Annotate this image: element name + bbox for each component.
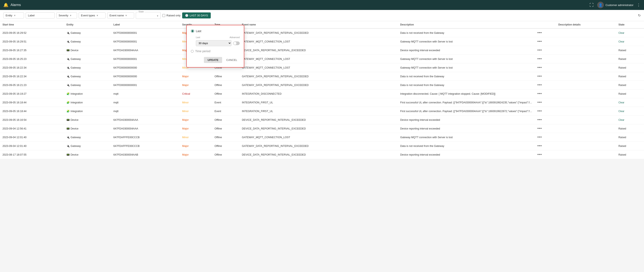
row-more-button[interactable]: •••: [538, 144, 542, 148]
cell-label: 647FD00000000000: [111, 63, 180, 72]
last-30-days-button[interactable]: 🕐 LAST 30 DAYS: [182, 13, 211, 19]
cell-state: Raised: [616, 150, 644, 159]
last-option[interactable]: Last: [191, 30, 240, 33]
row-more-button[interactable]: •••: [538, 109, 542, 113]
col-label: Label: [111, 21, 180, 28]
cell-type: Offline: [212, 124, 239, 133]
cell-description: Data is not received from the Gateway: [398, 72, 535, 81]
entity-icon: 🔌: [66, 75, 70, 78]
cell-entity: 🧩 Integration: [64, 107, 111, 116]
cell-label: 647FDAFFFE00CCCB: [111, 142, 180, 150]
cell-label: 647FD00000000001: [111, 37, 180, 46]
cell-type: Offline: [212, 72, 239, 81]
cell-severity: Minor: [180, 98, 212, 107]
bell-icon: 🔔: [3, 3, 8, 8]
cell-state: Raised: [616, 63, 644, 72]
cell-desc-details: [556, 142, 616, 150]
cell-type: Offline: [212, 116, 239, 124]
expand-button[interactable]: ⛶: [590, 3, 594, 8]
cell-entity: 🔌 Gateway: [64, 63, 111, 72]
cell-event-name: GATEWAY_MQTT_CONNECTION_LOST: [240, 63, 398, 72]
entity-icon: 🧩: [66, 101, 70, 104]
event-name-filter[interactable]: Event name ▾: [107, 13, 134, 19]
row-more-button[interactable]: •••: [538, 66, 542, 70]
cell-desc-details: [556, 107, 616, 116]
cell-label: mqtt: [111, 107, 180, 116]
cell-severity: Minor: [180, 107, 212, 116]
cell-actions: •••: [535, 98, 556, 107]
entity-icon: 📟: [66, 127, 70, 130]
row-more-button[interactable]: •••: [538, 126, 542, 131]
entity-icon: 🧩: [66, 92, 70, 95]
row-more-button[interactable]: •••: [538, 118, 542, 122]
header-menu-button[interactable]: ⋮: [637, 3, 641, 7]
cell-description: Gateway MQTT connection with Server is l…: [398, 63, 535, 72]
raised-only-checkbox[interactable]: [162, 14, 165, 17]
cell-desc-details: [556, 37, 616, 46]
cell-event-name: DEVICE_DATA_REPORTING_INTERVAL_EXCEEDED: [240, 150, 398, 159]
row-more-button[interactable]: •••: [538, 39, 542, 44]
row-more-button[interactable]: •••: [538, 135, 542, 139]
cell-actions: •••: [535, 116, 556, 124]
last-radio[interactable]: [191, 30, 194, 33]
cell-desc-details: [556, 90, 616, 98]
last-sub-row: Last Advanced: [196, 36, 240, 39]
row-more-button[interactable]: •••: [538, 152, 542, 157]
table-row: 2023-09-05 16:18:44 🧩 Integration mqtt M…: [0, 98, 644, 107]
table-row: 2023-09-05 16:25:23 🔌 Gateway 647FD00000…: [0, 55, 644, 63]
cell-desc-details: [556, 63, 616, 72]
event-types-filter[interactable]: Event types ▾: [79, 13, 106, 19]
cell-start-time: 2023-09-04 12:56:41: [0, 124, 64, 133]
time-period-option[interactable]: Time period: [191, 50, 240, 53]
time-period-label: Time period: [195, 50, 210, 53]
cell-description: Device reporting interval exceeded: [398, 46, 535, 55]
row-more-button[interactable]: •••: [538, 74, 542, 79]
cell-start-time: 2023-08-17 18:07:55: [0, 150, 64, 159]
event-types-label: Event types: [81, 14, 95, 17]
days-select[interactable]: 30 days 1 day 7 days 90 days 1 year: [196, 40, 232, 46]
app-title: Alarms: [10, 3, 21, 7]
cell-state: Raised: [616, 81, 644, 90]
row-more-button[interactable]: •••: [538, 31, 542, 35]
header-right: ⛶ 👤 Customer administrator ⋮: [590, 2, 641, 8]
chevron-down-icon3: ▾: [70, 14, 72, 17]
cell-start-time: 2023-09-05 16:29:52: [0, 28, 64, 37]
cell-label: 647FD00000000001: [111, 55, 180, 63]
cell-type: Offline: [212, 133, 239, 142]
row-more-button[interactable]: •••: [538, 83, 542, 87]
cell-start-time: 2023-09-05 16:27:35: [0, 46, 64, 55]
chevron-down-icon5: ▾: [126, 14, 127, 17]
severity-filter[interactable]: Severity ▾: [56, 13, 77, 19]
cell-entity: 🔌 Gateway: [64, 28, 111, 37]
user-name: Customer administrator: [606, 4, 634, 7]
advanced-toggle[interactable]: [233, 42, 240, 45]
cancel-button[interactable]: CANCEL: [224, 57, 240, 63]
cell-actions: •••: [535, 55, 556, 63]
advanced-label: Advanced: [230, 36, 240, 39]
days-row: 30 days 1 day 7 days 90 days 1 year: [196, 40, 240, 46]
entity-filter[interactable]: Entity ▾: [3, 13, 24, 19]
filter-bar: Entity ▾ Label Severity ▾ Event types ▾ …: [0, 10, 644, 21]
row-more-button[interactable]: •••: [538, 48, 542, 52]
header-left: 🔔 Alarms: [3, 3, 21, 8]
state-filter[interactable]: ▾: [136, 12, 161, 19]
cell-actions: •••: [535, 133, 556, 142]
table-row: 2023-09-05 16:22:34 🔌 Gateway 647FD00000…: [0, 72, 644, 81]
label-filter[interactable]: Label: [26, 13, 55, 19]
cell-entity: 🧩 Integration: [64, 98, 111, 107]
cell-actions: •••: [535, 37, 556, 46]
clock-icon: 🕐: [185, 14, 188, 17]
update-button[interactable]: UPDATE: [204, 57, 222, 63]
cell-event-name: INTEGRATION_FIRST_UL: [240, 107, 398, 116]
chevron-down-icon4: ▾: [97, 14, 98, 17]
row-more-button[interactable]: •••: [538, 92, 542, 96]
row-more-button[interactable]: •••: [538, 57, 542, 61]
cell-event-name: GATEWAY_DATA_REPORTING_INTERVAL_EXCEEDED: [240, 28, 398, 37]
cell-desc-details: [556, 72, 616, 81]
raised-only-label[interactable]: Raised only: [162, 14, 180, 17]
cell-state: Raised: [616, 124, 644, 133]
cell-description: Device reporting interval exceeded: [398, 124, 535, 133]
refresh-button[interactable]: ↻: [638, 14, 641, 18]
time-period-radio[interactable]: [191, 50, 194, 53]
row-more-button[interactable]: •••: [538, 100, 542, 105]
